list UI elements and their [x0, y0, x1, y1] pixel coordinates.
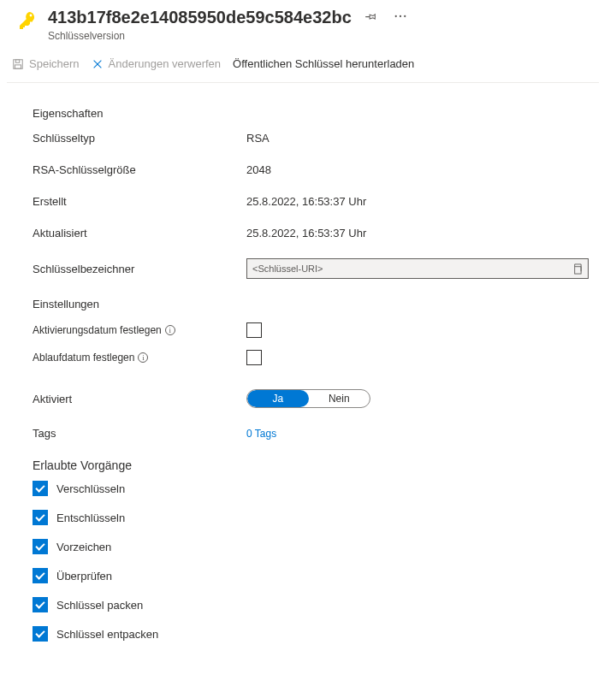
op-encrypt: Verschlüsseln: [33, 481, 599, 496]
key-id-label: Schlüsselbezeichner: [33, 263, 246, 275]
op-sign-checkbox[interactable]: [33, 539, 48, 554]
toggle-no[interactable]: Nein: [309, 390, 370, 407]
op-encrypt-checkbox[interactable]: [33, 481, 48, 496]
key-id-field[interactable]: <Schlüssel-URI>: [246, 258, 589, 279]
tags-label: Tags: [33, 427, 246, 440]
key-id-value: <Schlüssel-URI>: [252, 263, 572, 274]
tags-link[interactable]: 0 Tags: [246, 428, 276, 440]
op-wrap-checkbox[interactable]: [33, 597, 48, 612]
key-type-label: Schlüsseltyp: [33, 132, 246, 145]
info-icon[interactable]: i: [138, 352, 148, 363]
page-header: 413b17f8e2e14085950de59c584e32bc Schlüss…: [17, 7, 599, 42]
svg-point-3: [404, 15, 406, 17]
properties-heading: Eigenschaften: [33, 107, 599, 120]
page-subtitle: Schlüsselversion: [48, 30, 599, 42]
op-decrypt-checkbox[interactable]: [33, 510, 48, 525]
updated-value: 25.8.2022, 16:53:37 Uhr: [246, 227, 366, 240]
op-sign-label: Vorzeichen: [56, 541, 111, 553]
op-encrypt-label: Verschlüsseln: [56, 482, 125, 495]
svg-rect-5: [15, 59, 19, 62]
page-title: 413b17f8e2e14085950de59c584e32bc: [48, 8, 352, 27]
expiry-date-checkbox[interactable]: [246, 350, 262, 365]
download-label: Öffentlichen Schlüssel herunterladen: [233, 57, 414, 70]
key-size-label: RSA-Schlüsselgröße: [33, 163, 246, 176]
key-type-value: RSA: [246, 132, 270, 145]
created-label: Erstellt: [33, 195, 246, 208]
op-unwrap-label: Schlüssel entpacken: [56, 628, 158, 641]
enabled-label: Aktiviert: [33, 393, 246, 405]
key-size-value: 2048: [246, 163, 271, 176]
copy-icon[interactable]: [572, 263, 583, 275]
toolbar: Speichern Änderungen verwerfen Öffentlic…: [7, 54, 599, 83]
download-public-key-button[interactable]: Öffentlichen Schlüssel herunterladen: [228, 54, 419, 74]
enabled-toggle[interactable]: Ja Nein: [246, 389, 370, 408]
more-button[interactable]: [391, 7, 410, 28]
op-sign: Vorzeichen: [33, 539, 599, 554]
toggle-yes[interactable]: Ja: [247, 390, 309, 407]
key-icon: [17, 10, 38, 31]
svg-point-0: [30, 15, 33, 17]
svg-point-2: [400, 15, 401, 17]
pin-button[interactable]: [362, 7, 381, 28]
expiry-date-label: Ablaufdatum festlegen i: [33, 352, 246, 364]
op-unwrap: Schlüssel entpacken: [33, 626, 599, 642]
op-verify-checkbox[interactable]: [33, 568, 48, 583]
svg-rect-9: [575, 266, 581, 273]
op-decrypt-label: Entschlüsseln: [56, 512, 125, 524]
op-wrap-label: Schlüssel packen: [56, 599, 143, 612]
settings-heading: Einstellungen: [33, 298, 599, 311]
op-verify: Überprüfen: [33, 568, 599, 583]
save-label: Speichern: [29, 57, 80, 70]
updated-label: Aktualisiert: [33, 227, 246, 240]
op-unwrap-checkbox[interactable]: [33, 626, 48, 642]
op-decrypt: Entschlüsseln: [33, 510, 599, 525]
svg-rect-6: [15, 64, 21, 68]
discard-label: Änderungen verwerfen: [109, 57, 222, 70]
op-wrap: Schlüssel packen: [33, 597, 599, 612]
info-icon[interactable]: i: [165, 325, 175, 335]
svg-point-1: [394, 15, 396, 17]
op-verify-label: Überprüfen: [56, 570, 112, 583]
activation-date-label: Aktivierungsdatum festlegen i: [33, 324, 246, 336]
created-value: 25.8.2022, 16:53:37 Uhr: [246, 195, 366, 208]
activation-date-checkbox[interactable]: [246, 322, 262, 338]
discard-button: Änderungen verwerfen: [86, 54, 227, 74]
operations-heading: Erlaubte Vorgänge: [33, 458, 599, 472]
save-button: Speichern: [7, 54, 85, 74]
